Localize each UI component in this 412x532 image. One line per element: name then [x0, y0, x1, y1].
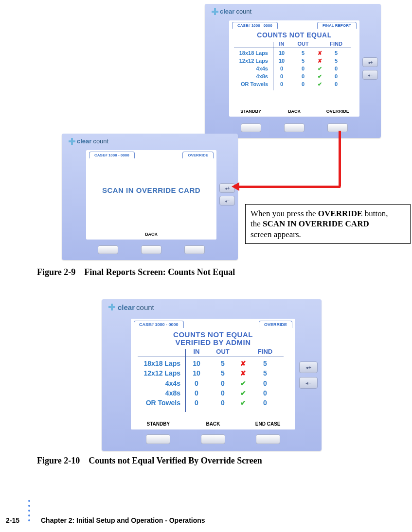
- figure-number: Figure 2-9: [37, 267, 75, 277]
- volume-down-button[interactable]: ◂−: [362, 70, 378, 80]
- x-icon: ✘: [236, 368, 251, 378]
- final-report-tab[interactable]: FINAL REPORT: [317, 22, 357, 29]
- find-count: 5: [325, 57, 347, 65]
- logo-cross-icon: [69, 138, 75, 145]
- find-count: 0: [325, 81, 347, 88]
- find-count: 0: [325, 65, 347, 73]
- screen-title-line2: VERIFIED BY ADMIN: [131, 338, 295, 346]
- brand-logo: clearcount: [212, 8, 251, 15]
- x-icon: ✘: [314, 57, 325, 65]
- left-soft-button[interactable]: [98, 245, 118, 254]
- case-tab[interactable]: CASE# 1000 - 0000: [89, 152, 135, 158]
- logo-cross-icon: [108, 304, 116, 311]
- table-row: 4x4s00✔0: [229, 65, 359, 73]
- chapter-title: Chapter 2: Initial Setup and Operation -…: [41, 516, 205, 524]
- brand-logo: clearcount: [108, 303, 154, 311]
- override-tab[interactable]: OVERRIDE: [259, 321, 292, 328]
- item-name: 4x4s: [229, 65, 271, 73]
- side-buttons: ◂+ ◂−: [299, 361, 318, 389]
- check-icon: ✔: [236, 378, 251, 388]
- in-count: 0: [183, 378, 210, 388]
- col-find: FIND: [325, 41, 347, 47]
- annotation-arrow-horizontal: [238, 186, 340, 188]
- brand-logo: clearcount: [69, 137, 108, 145]
- screen-title-line1: COUNTS NOT EQUAL: [131, 330, 295, 339]
- volume-up-button[interactable]: ◂+: [299, 361, 318, 373]
- back-label: BACK: [272, 109, 316, 114]
- in-count: 10: [183, 368, 210, 378]
- document-page: clearcount ◂+ ◂− CASE# 1000 - 0000 FINAL…: [0, 0, 412, 532]
- item-name: 4x4s: [131, 378, 183, 388]
- callout-text: When you press the: [251, 209, 318, 218]
- callout-text: screen appears.: [251, 230, 301, 239]
- table-row: 4x8s00✔0: [131, 388, 295, 398]
- callout-text: button,: [362, 209, 388, 218]
- out-count: 0: [292, 73, 314, 81]
- item-name: 12x12 Laps: [131, 368, 183, 378]
- brand-count: count: [93, 137, 108, 145]
- table-row: 4x4s00✔0: [131, 378, 295, 388]
- override-tab[interactable]: OVERRIDE: [182, 152, 214, 158]
- item-name: 4x8s: [229, 73, 271, 81]
- scan-prompt: SCAN IN OVERRIDE CARD: [86, 186, 216, 194]
- out-count: 5: [292, 50, 314, 57]
- volume-down-button[interactable]: ◂−: [219, 196, 235, 206]
- logo-cross-icon: [212, 8, 218, 15]
- figure-title: Final Reports Screen: Counts Not Equal: [84, 267, 235, 277]
- callout-text: the: [251, 219, 263, 228]
- find-count: 0: [325, 73, 347, 81]
- volume-down-button[interactable]: ◂−: [299, 377, 318, 389]
- in-count: 10: [183, 359, 210, 368]
- brand-count: count: [136, 303, 154, 311]
- right-soft-button[interactable]: [184, 245, 205, 254]
- table-row: 18x18 Laps105✘5: [131, 359, 295, 368]
- check-icon: ✔: [314, 65, 325, 73]
- table-row: OR Towels00✔0: [131, 398, 295, 408]
- device-verified-by-admin: clearcount ◂+ ◂− CASE# 1000 - 0000 OVERR…: [102, 299, 322, 451]
- col-out: OUT: [210, 348, 236, 355]
- out-count: 0: [292, 81, 314, 88]
- brand-clear: clear: [118, 303, 135, 311]
- in-count: 0: [271, 65, 292, 73]
- out-count: 0: [210, 388, 236, 398]
- screen-area: CASE# 1000 - 0000 FINAL REPORT COUNTS NO…: [229, 20, 359, 117]
- annotation-arrow-head-icon: [232, 182, 239, 191]
- col-in: IN: [271, 41, 292, 47]
- override-button[interactable]: [327, 123, 348, 132]
- screen-area: CASE# 1000 - 0000 OVERRIDE COUNTS NOT EQ…: [131, 319, 295, 429]
- standby-button[interactable]: [146, 434, 170, 444]
- find-count: 5: [251, 368, 280, 378]
- x-icon: ✘: [236, 359, 251, 368]
- side-buttons: ◂+ ◂−: [362, 57, 378, 80]
- out-count: 0: [210, 378, 236, 388]
- table-row: OR Towels00✔0: [229, 81, 359, 88]
- figure-title: Counts not Equal Verified By Override Sc…: [89, 456, 262, 465]
- back-button[interactable]: [141, 245, 161, 254]
- page-number: 2-15: [6, 516, 19, 524]
- end-case-label: END CASE: [240, 421, 295, 427]
- figure-number: Figure 2-10: [37, 456, 80, 465]
- case-tab[interactable]: CASE# 1000 - 0000: [134, 321, 184, 328]
- in-count: 0: [271, 81, 292, 88]
- back-button[interactable]: [201, 434, 225, 444]
- case-tab[interactable]: CASE# 1000 - 0000: [232, 22, 278, 29]
- standby-button[interactable]: [241, 123, 261, 132]
- find-count: 0: [251, 378, 280, 388]
- device-counts-not-equal: clearcount ◂+ ◂− CASE# 1000 - 0000 FINAL…: [205, 4, 381, 138]
- find-count: 5: [325, 50, 347, 57]
- check-icon: ✔: [314, 81, 325, 88]
- col-in: IN: [183, 348, 210, 355]
- volume-up-button[interactable]: ◂+: [362, 57, 378, 67]
- table-row: 12x12 Laps105✘5: [131, 368, 295, 378]
- end-case-button[interactable]: [256, 434, 280, 444]
- annotation-arrow-vertical: [339, 131, 341, 187]
- screen-title: COUNTS NOT EQUAL: [229, 31, 359, 39]
- item-name: OR Towels: [131, 398, 183, 408]
- decorative-dots: [28, 500, 30, 521]
- col-find: FIND: [251, 348, 280, 355]
- in-count: 0: [271, 73, 292, 81]
- back-button[interactable]: [284, 123, 305, 132]
- in-count: 0: [183, 388, 210, 398]
- brand-clear: clear: [220, 8, 234, 15]
- table-row: 4x8s00✔0: [229, 73, 359, 81]
